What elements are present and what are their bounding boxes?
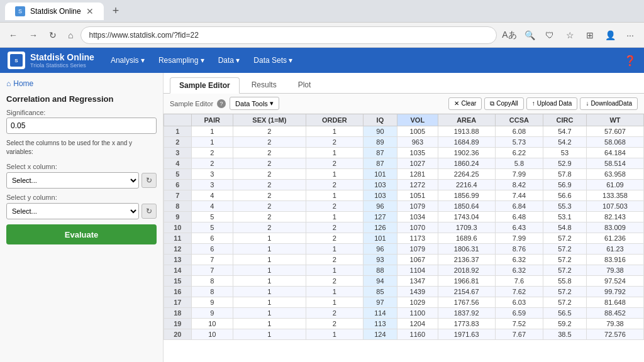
table-cell[interactable]: 93 [363,255,397,265]
table-cell[interactable]: 1709.3 [438,222,495,233]
table-cell[interactable]: 1 [233,308,306,319]
table-cell[interactable]: 1 [306,212,363,222]
table-cell[interactable]: 1100 [397,308,438,319]
table-cell[interactable]: 87 [363,158,397,169]
table-cell[interactable]: 82.143 [586,212,643,222]
table-cell[interactable]: 3 [191,169,233,180]
table-cell[interactable]: 2 [306,137,363,148]
table-cell[interactable]: 7.99 [495,169,543,180]
table-cell[interactable]: 6.03 [495,297,543,308]
table-cell[interactable]: 2 [233,126,306,137]
table-cell[interactable]: 1 [233,297,306,308]
table-cell[interactable]: 57.8 [543,169,587,180]
table-cell[interactable]: 1 [233,287,306,297]
x-refresh-button[interactable]: ↻ [142,173,157,188]
table-cell[interactable]: 1 [233,329,306,340]
forward-button[interactable]: → [25,28,42,43]
table-cell[interactable]: 58.514 [586,158,643,169]
table-cell[interactable]: 1806.31 [438,244,495,255]
table-cell[interactable]: 6.08 [495,126,543,137]
table-cell[interactable]: 57.2 [543,233,587,244]
table-cell[interactable]: 10 [191,319,233,329]
table-cell[interactable]: 1204 [397,319,438,329]
table-cell[interactable]: 2154.67 [438,287,495,297]
upload-button[interactable]: ↑ Upload Data [526,97,578,110]
table-cell[interactable]: 2 [306,201,363,212]
table-cell[interactable]: 1067 [397,255,438,265]
nav-data[interactable]: Data ▾ [212,53,247,67]
table-cell[interactable]: 54.7 [543,126,587,137]
table-cell[interactable]: 8.76 [495,244,543,255]
table-cell[interactable]: 79.38 [586,265,643,276]
table-cell[interactable]: 2 [306,308,363,319]
nav-datasets[interactable]: Data Sets ▾ [247,53,299,67]
reload-button[interactable]: ↻ [45,28,60,43]
table-cell[interactable]: 114 [363,308,397,319]
table-cell[interactable]: 1079 [397,244,438,255]
collections-icon[interactable]: ⊞ [581,26,599,44]
menu-icon[interactable]: ··· [621,26,639,44]
new-tab-button[interactable]: + [109,4,123,18]
table-cell[interactable]: 1 [306,169,363,180]
table-cell[interactable]: 90 [363,126,397,137]
table-cell[interactable]: 1160 [397,329,438,340]
table-cell[interactable]: 55.3 [543,201,587,212]
table-cell[interactable]: 1 [233,319,306,329]
table-cell[interactable]: 6 [191,244,233,255]
table-cell[interactable]: 2 [233,212,306,222]
shield-icon[interactable]: 🛡 [541,26,558,44]
table-cell[interactable]: 61.09 [586,180,643,190]
table-cell[interactable]: 1773.83 [438,319,495,329]
help-button[interactable]: ❓ [624,55,636,67]
table-cell[interactable]: 52.9 [543,158,587,169]
table-cell[interactable]: 57.2 [543,265,587,276]
table-cell[interactable]: 127 [363,212,397,222]
star-icon[interactable]: ☆ [561,26,579,44]
table-cell[interactable]: 1850.64 [438,201,495,212]
table-cell[interactable]: 1035 [397,148,438,158]
table-cell[interactable]: 1 [306,287,363,297]
table-cell[interactable]: 5 [191,212,233,222]
table-cell[interactable]: 1104 [397,265,438,276]
table-cell[interactable]: 54.8 [543,222,587,233]
table-cell[interactable]: 79.38 [586,319,643,329]
table-cell[interactable]: 6.32 [495,255,543,265]
table-cell[interactable]: 1743.04 [438,212,495,222]
table-cell[interactable]: 1860.24 [438,158,495,169]
table-cell[interactable]: 1281 [397,169,438,180]
table-cell[interactable]: 63.958 [586,169,643,180]
table-cell[interactable]: 56.9 [543,180,587,190]
clear-button[interactable]: ✕ Clear [448,97,482,110]
table-cell[interactable]: 87 [363,148,397,158]
table-cell[interactable]: 1 [306,190,363,201]
table-cell[interactable]: 1971.63 [438,329,495,340]
table-cell[interactable]: 97.524 [586,276,643,287]
table-cell[interactable]: 2 [306,158,363,169]
table-cell[interactable]: 1 [233,255,306,265]
table-cell[interactable]: 1966.81 [438,276,495,287]
table-cell[interactable]: 6.32 [495,265,543,276]
table-cell[interactable]: 56.5 [543,308,587,319]
table-cell[interactable]: 1034 [397,212,438,222]
table-cell[interactable]: 7.6 [495,276,543,287]
table-cell[interactable]: 1767.56 [438,297,495,308]
table-cell[interactable]: 5 [191,222,233,233]
profile-icon[interactable]: 👤 [601,26,619,44]
table-cell[interactable]: 1913.88 [438,126,495,137]
table-cell[interactable]: 101 [363,169,397,180]
table-cell[interactable]: 94 [363,276,397,287]
table-cell[interactable]: 85 [363,287,397,297]
table-cell[interactable]: 2 [233,180,306,190]
table-cell[interactable]: 1 [306,148,363,158]
table-cell[interactable]: 2136.37 [438,255,495,265]
table-cell[interactable]: 2018.92 [438,265,495,276]
table-cell[interactable]: 103 [363,190,397,201]
table-cell[interactable]: 6.84 [495,201,543,212]
table-cell[interactable]: 103 [363,180,397,190]
table-cell[interactable]: 56.6 [543,190,587,201]
table-cell[interactable]: 1 [306,126,363,137]
table-cell[interactable]: 5.8 [495,158,543,169]
table-cell[interactable]: 6.59 [495,308,543,319]
table-cell[interactable]: 59.2 [543,319,587,329]
table-cell[interactable]: 83.009 [586,222,643,233]
